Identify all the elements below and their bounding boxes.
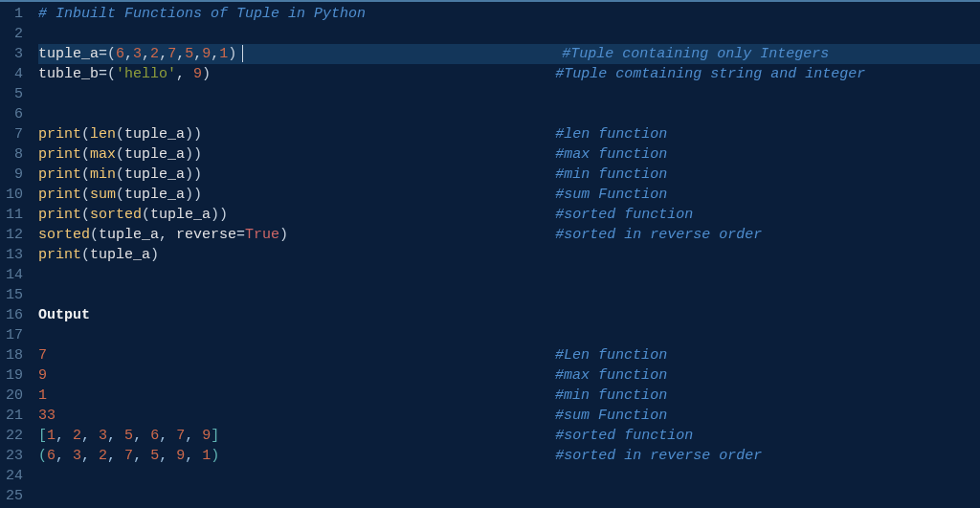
code-token: ,: [211, 46, 219, 62]
padding: [202, 166, 555, 183]
code-line[interactable]: print(min(tuple_a)) #min function: [38, 165, 980, 185]
inline-comment: #sum Function: [555, 408, 667, 424]
line-number: 10: [4, 185, 23, 205]
code-line[interactable]: print(sum(tuple_a)) #sum Function: [38, 185, 980, 205]
code-token: ,: [176, 66, 193, 82]
code-token: =: [99, 66, 107, 82]
line-number: 3: [4, 44, 23, 64]
code-token: 5: [150, 448, 159, 464]
code-token: tuble_b: [38, 66, 99, 82]
code-token: reverse: [176, 227, 236, 243]
inline-comment: #sorted function: [555, 428, 693, 444]
code-token: (: [107, 46, 116, 62]
code-token: print: [38, 126, 81, 143]
code-token: # Inbuilt Functions of Tuple in Python: [38, 6, 366, 22]
line-number: 19: [4, 365, 23, 386]
code-token: (: [142, 207, 150, 223]
line-number: 12: [4, 225, 23, 245]
padding: [202, 187, 555, 203]
code-token: 5: [124, 428, 133, 444]
code-token: ,: [56, 448, 73, 464]
inline-comment: #sorted in reverse order: [555, 448, 762, 464]
code-token: (: [116, 166, 124, 183]
code-token: ,: [133, 428, 150, 444]
code-token: 7: [38, 347, 47, 364]
code-token: 9: [38, 367, 47, 384]
code-line[interactable]: print(sorted(tuple_a)) #sorted function: [38, 205, 980, 225]
code-line[interactable]: print(max(tuple_a)) #max function: [38, 144, 980, 165]
code-line[interactable]: [38, 84, 980, 104]
code-token: ): [202, 66, 211, 82]
code-line[interactable]: tuble_b=('hello', 9) #Tuple comtaining s…: [38, 64, 980, 84]
code-token: Output: [38, 307, 90, 323]
padding: [202, 126, 555, 143]
code-line[interactable]: [1, 2, 3, 5, 6, 7, 9] #sorted function: [38, 426, 980, 446]
line-number: 1: [4, 4, 23, 24]
code-token: ,: [159, 46, 167, 62]
code-token: tuple_a: [124, 166, 185, 183]
code-token: ,: [56, 428, 73, 444]
code-token: ,: [159, 227, 176, 243]
line-number: 11: [4, 205, 23, 225]
line-number: 18: [4, 345, 23, 365]
code-line[interactable]: sorted(tuple_a, reverse=True) #sorted in…: [38, 225, 980, 245]
code-line[interactable]: 9 #max function: [38, 365, 980, 386]
line-number: 2: [4, 24, 23, 44]
code-line[interactable]: [38, 466, 980, 486]
padding: [243, 46, 562, 62]
code-token: tuple_a: [38, 46, 99, 62]
inline-comment: #Len function: [555, 347, 667, 364]
code-token: ,: [81, 428, 99, 444]
code-token: tuple_a: [90, 247, 150, 263]
line-number: 14: [4, 265, 23, 285]
code-line[interactable]: print(len(tuple_a)) #len function: [38, 124, 980, 144]
code-token: print: [38, 187, 81, 203]
code-line[interactable]: [38, 104, 980, 124]
inline-comment: #max function: [555, 146, 667, 163]
code-token: ): [228, 46, 236, 62]
code-token: ): [279, 227, 288, 243]
code-token: 3: [73, 448, 81, 464]
code-token: 2: [99, 448, 107, 464]
code-line[interactable]: [38, 24, 980, 44]
padding: [288, 227, 555, 243]
code-line[interactable]: tuple_a=(6,3,2,7,5,9,1) #Tuple containin…: [38, 44, 980, 64]
code-editor[interactable]: 1234567891011121314151617181920212223242…: [0, 2, 980, 508]
inline-comment: #min function: [555, 166, 667, 183]
code-token: 7: [167, 46, 176, 62]
code-line[interactable]: [38, 486, 980, 506]
code-token: ,: [133, 448, 150, 464]
code-area[interactable]: # Inbuilt Functions of Tuple in Pythontu…: [31, 2, 980, 508]
inline-comment: #Tuple containing only Integers: [562, 46, 829, 62]
code-token: 7: [124, 448, 133, 464]
code-line[interactable]: 1 #min function: [38, 386, 980, 406]
code-token: (: [116, 146, 124, 163]
code-line[interactable]: Output: [38, 305, 980, 325]
line-number: 25: [4, 486, 23, 506]
code-line[interactable]: 7 #Len function: [38, 345, 980, 365]
padding: [211, 66, 555, 82]
code-token: sorted: [90, 207, 142, 223]
code-token: (: [116, 187, 124, 203]
code-token: sorted: [38, 227, 90, 243]
code-line[interactable]: (6, 3, 2, 7, 5, 9, 1) #sorted in reverse…: [38, 446, 980, 466]
padding: [219, 448, 555, 464]
inline-comment: #sorted function: [555, 207, 693, 223]
code-line[interactable]: [38, 325, 980, 345]
code-token: 2: [150, 46, 159, 62]
code-token: (: [81, 187, 90, 203]
code-line[interactable]: [38, 265, 980, 285]
code-token: 2: [73, 428, 81, 444]
code-token: ,: [185, 448, 202, 464]
code-token: 6: [47, 448, 56, 464]
code-line[interactable]: 33 #sum Function: [38, 406, 980, 426]
code-line[interactable]: print(tuple_a): [38, 245, 980, 265]
code-line[interactable]: # Inbuilt Functions of Tuple in Python: [38, 4, 980, 24]
inline-comment: #sum Function: [555, 187, 667, 203]
line-number: 13: [4, 245, 23, 265]
line-number: 17: [4, 325, 23, 345]
code-line[interactable]: [38, 285, 980, 305]
inline-comment: #min function: [555, 387, 667, 404]
code-token: ,: [159, 448, 176, 464]
code-token: ,: [107, 448, 124, 464]
